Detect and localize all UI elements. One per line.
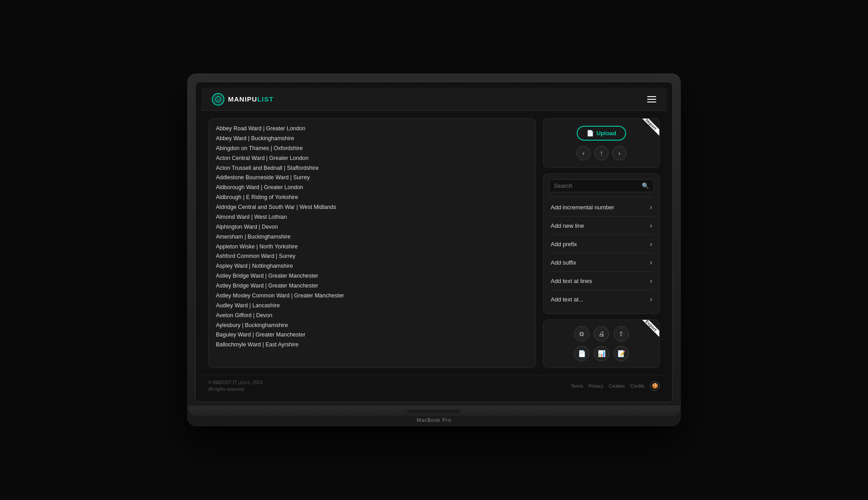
tool-item-add-text-at[interactable]: Add text at... › [549, 290, 654, 308]
list-item: Ashford Common Ward | Surrey [216, 252, 528, 261]
list-item: Abbey Ward | Buckinghamshire [216, 134, 528, 144]
export-icons-row2: 📄 📊 📝 [550, 346, 653, 361]
upload-button[interactable]: 📄 Upload [577, 126, 626, 141]
tool-item-add-prefix[interactable]: Add prefix › [549, 235, 654, 253]
list-item: Almond Ward | West Lothian [216, 212, 528, 222]
footer-copyright: © RADOST IT j.d.o.o. 2024 All rights res… [208, 379, 263, 393]
list-item: Astley Bridge Ward | Greater Manchester [216, 271, 528, 281]
tool-item-add-new-line[interactable]: Add new line › [549, 217, 654, 235]
tool-item-add-incremental[interactable]: Add incremental number › [549, 198, 654, 217]
logo-icon: ≡ [212, 93, 224, 106]
list-item: Aveton Gifford | Devon [216, 311, 528, 321]
search-input[interactable] [554, 182, 639, 189]
import-corner-tag: Import [637, 119, 659, 141]
svg-text:≡: ≡ [217, 98, 219, 102]
list-panel: Abbey Road Ward | Greater LondonAbbey Wa… [208, 118, 536, 368]
tool-label-add-suffix: Add suffix [551, 259, 576, 266]
list-item: Addlestone Bourneside Ward | Surrey [216, 173, 528, 183]
tool-arrow-add-new-line: › [650, 222, 652, 229]
list-item: Aldridge Central and South War | West Mi… [216, 203, 528, 212]
tool-item-add-text-lines[interactable]: Add text at lines › [549, 272, 654, 290]
list-item: Appleton Wiske | North Yorkshire [216, 242, 528, 252]
list-item: Aspley Ward | Nottinghamshire [216, 261, 528, 271]
nav-arrows: ‹ ↑ › [551, 146, 652, 160]
tool-arrow-add-incremental: › [650, 204, 652, 211]
tools-list: Add incremental number › Add new line › … [549, 198, 654, 308]
footer-cookies-link[interactable]: Cookies [609, 384, 625, 389]
search-icon[interactable]: 🔍 [642, 182, 649, 189]
list-item: Aldborough Ward | Greater London [216, 183, 528, 193]
navbar: ≡ MANIPULIST [201, 88, 667, 111]
tool-arrow-add-text-lines: › [650, 277, 652, 284]
laptop-notch [407, 410, 461, 413]
tool-label-add-new-line: Add new line [551, 222, 584, 229]
hamburger-button[interactable] [647, 96, 656, 102]
export-section: Export ⧉ 🖨 ⇧ 📄 📊 📝 [543, 319, 660, 368]
tool-label-add-text-at: Add text at... [551, 296, 583, 303]
right-panel: Import 📄 Upload ‹ ↑ › [543, 118, 660, 368]
list-item: Astley Bridge Ward | Greater Manchester [216, 281, 528, 291]
list-item: Astley Mosley Common Ward | Greater Manc… [216, 291, 528, 301]
export-txt-button[interactable]: 📝 [614, 346, 629, 361]
nav-upload-center-button[interactable]: ↑ [594, 146, 609, 160]
list-item: Acton Trussell and Bednall | Staffordshi… [216, 164, 528, 173]
list-scroll-area[interactable]: Abbey Road Ward | Greater LondonAbbey Wa… [209, 119, 535, 348]
tool-label-add-prefix: Add prefix [551, 241, 577, 248]
nav-next-button[interactable]: › [612, 146, 627, 160]
list-item: Aldbrough | E Riding of Yorkshire [216, 193, 528, 203]
footer-privacy-link[interactable]: Privacy [588, 384, 603, 389]
import-section: Import 📄 Upload ‹ ↑ › [543, 118, 660, 168]
list-item: Abingdon on Thames | Oxfordshire [216, 144, 528, 154]
export-share-button[interactable]: ⇧ [614, 326, 629, 341]
export-label: Export [640, 320, 659, 337]
list-item: Abbey Road Ward | Greater London [216, 124, 528, 134]
upload-icon: 📄 [587, 130, 594, 137]
divider-top [549, 197, 654, 197]
tool-item-add-suffix[interactable]: Add suffix › [549, 253, 654, 272]
export-doc-button[interactable]: 📄 [574, 346, 589, 361]
list-item: Audley Ward | Lancashire [216, 301, 528, 311]
tool-arrow-add-suffix: › [650, 259, 652, 266]
laptop-bottom [187, 406, 681, 416]
tool-label-add-text-lines: Add text at lines [551, 278, 592, 284]
export-csv-button[interactable]: 📊 [594, 346, 609, 361]
footer: © RADOST IT j.d.o.o. 2024 All rights res… [201, 375, 667, 396]
tools-section: 🔍 Add incremental number › Add new line … [543, 173, 660, 314]
laptop-model-label: MacBook Pro [195, 416, 673, 426]
import-label: Import [640, 119, 659, 136]
list-item: Baguley Ward | Greater Manchester [216, 330, 528, 340]
tool-label-add-incremental: Add incremental number [551, 204, 614, 211]
footer-links: Terms Privacy Cookies Credits 🍪 [571, 381, 660, 391]
list-item: Ballochmyle Ward | East Ayrshire [216, 340, 528, 348]
list-item: Alphington Ward | Devon [216, 222, 528, 232]
logo-area: ≡ MANIPULIST [212, 93, 274, 106]
footer-terms-link[interactable]: Terms [571, 384, 583, 389]
export-corner-tag: Export [637, 320, 659, 342]
main-content: Abbey Road Ward | Greater LondonAbbey Wa… [201, 111, 667, 375]
tool-arrow-add-prefix: › [650, 240, 652, 248]
list-item: Acton Central Ward | Greater London [216, 154, 528, 164]
cookie-settings-icon[interactable]: 🍪 [650, 381, 660, 391]
list-item: Aylesbury | Buckinghamshire [216, 321, 528, 331]
nav-prev-button[interactable]: ‹ [576, 146, 591, 160]
export-print-button[interactable]: 🖨 [594, 326, 609, 341]
export-copy-button[interactable]: ⧉ [574, 326, 589, 341]
tool-arrow-add-text-at: › [650, 296, 652, 303]
logo-text: MANIPULIST [228, 95, 274, 103]
upload-label: Upload [596, 130, 616, 137]
list-item: Amersham | Buckinghamshire [216, 232, 528, 242]
footer-credits-link[interactable]: Credits [630, 384, 644, 389]
logo-accent: LIST [257, 95, 274, 103]
search-box: 🔍 [549, 179, 654, 192]
